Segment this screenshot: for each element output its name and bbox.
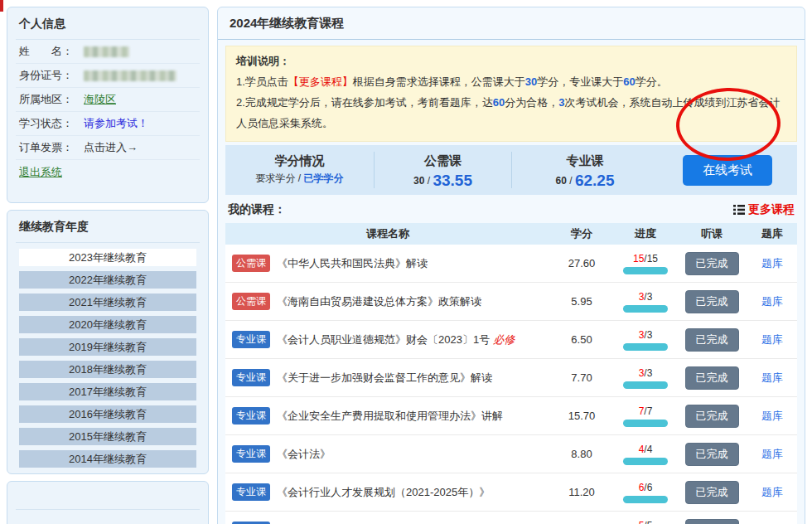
progress-bar <box>623 305 668 313</box>
listen-cell: 已完成 <box>678 405 746 428</box>
completed-button[interactable]: 已完成 <box>685 519 739 524</box>
completed-button[interactable]: 已完成 <box>685 405 739 428</box>
public-earned-credits: 33.55 <box>433 172 472 189</box>
education-years-panel: 继续教育年度 2023年继续教育2022年继续教育2021年继续教育2020年继… <box>7 210 209 474</box>
table-row: 专业课《工会新旧会计制度有关衔接问题的处理规定》讲解12.355/5已完成题库 <box>225 512 797 524</box>
course-credit: 8.80 <box>550 448 613 460</box>
progress-text: 5/5 <box>613 520 678 524</box>
course-type-badge: 专业课 <box>232 483 270 501</box>
required-tag: 必修 <box>493 332 515 347</box>
table-row: 专业课《关于进一步加强财会监督工作的意见》解读7.703/3已完成题库 <box>225 359 797 397</box>
year-item-2022[interactable]: 2022年继续教育 <box>19 271 196 289</box>
progress-bar <box>623 381 668 389</box>
year-item-2016[interactable]: 2016年继续教育 <box>19 405 196 423</box>
course-credit: 15.70 <box>550 410 613 422</box>
bank-cell: 题库 <box>746 294 799 309</box>
more-courses-label: 更多课程 <box>748 202 795 217</box>
course-progress-cell: 4/4 <box>613 444 678 465</box>
question-bank-link[interactable]: 题库 <box>761 295 783 308</box>
personal-info-title: 个人信息 <box>7 7 208 39</box>
course-progress-cell: 15/15 <box>613 253 678 274</box>
progress-total: /6 <box>644 482 652 493</box>
question-bank-link[interactable]: 题库 <box>761 257 783 269</box>
region-link[interactable]: 海陵区 <box>84 92 116 107</box>
year-item-2018[interactable]: 2018年继续教育 <box>19 361 196 378</box>
course-title-cell: 专业课《企业安全生产费用提取和使用管理办法》讲解 <box>225 407 550 425</box>
credit-summary-section: 学分情况 要求学分 / 已学学分 <box>225 152 375 188</box>
year-item-2023[interactable]: 2023年继续教育 <box>19 249 196 266</box>
course-title: 《关于进一步加强财会监督工作的意见》解读 <box>277 371 492 386</box>
listen-cell: 已完成 <box>678 443 746 466</box>
question-bank-link[interactable]: 题库 <box>761 333 783 346</box>
professional-required-credits: 60 <box>556 175 567 187</box>
online-exam-button[interactable]: 在线考试 <box>683 155 772 186</box>
year-item-2014[interactable]: 2014年继续教育 <box>19 450 196 468</box>
year-item-2019[interactable]: 2019年继续教育 <box>19 338 196 356</box>
personal-info-row: 姓 名： <box>16 40 200 64</box>
bank-cell: 题库 <box>746 332 799 347</box>
course-progress-cell: 3/3 <box>613 367 678 389</box>
courses-table-header: 课程名称学分进度听课题库 <box>225 223 797 245</box>
course-title: 《会计人员职业道德规范》财会〔2023〕1号 <box>277 332 490 347</box>
public-credit-min: 30 <box>525 75 537 88</box>
notice-heading: 培训说明： <box>236 51 786 71</box>
personal-info-panel: 个人信息 姓 名：身份证号：所属地区：海陵区学习状态：请参加考试！订单发票：点击… <box>7 7 209 203</box>
professional-earned-credits: 62.25 <box>575 172 615 189</box>
page-title: 2024年继续教育课程 <box>218 7 805 39</box>
completed-button[interactable]: 已完成 <box>685 252 739 275</box>
more-courses-link[interactable]: 更多课程 <box>733 202 795 217</box>
progress-total: /3 <box>644 367 652 379</box>
study-status-link[interactable]: 请参加考试！ <box>84 116 148 131</box>
professional-credit-min: 60 <box>623 75 635 88</box>
completed-button[interactable]: 已完成 <box>685 366 739 390</box>
table-row: 公需课《海南自由贸易港建设总体方案》政策解读5.953/3已完成题库 <box>225 283 797 321</box>
courses-table: 课程名称学分进度听课题库 公需课《中华人民共和国民法典》解读27.6015/15… <box>225 223 797 524</box>
question-bank-link[interactable]: 题库 <box>761 371 783 384</box>
year-item-2015[interactable]: 2015年继续教育 <box>19 428 196 445</box>
progress-total: /4 <box>644 444 652 455</box>
course-title-cell: 专业课《会计人员职业道德规范》财会〔2023〕1号必修 <box>225 331 550 348</box>
course-progress-cell: 6/6 <box>613 482 678 503</box>
field-label: 身份证号： <box>19 68 84 83</box>
progress-text: 7/7 <box>613 405 678 417</box>
column-header: 听课 <box>678 226 746 241</box>
credit-status-bar: 学分情况 要求学分 / 已学学分 公需课 30 / 33.55 专业课 60 /… <box>225 145 797 195</box>
course-progress-cell: 5/5 <box>613 520 678 524</box>
course-credit: 27.60 <box>550 257 613 269</box>
progress-text: 15/15 <box>613 253 678 264</box>
logout-link[interactable]: 退出系统 <box>19 166 62 178</box>
my-courses-label: 我的课程： <box>228 202 286 217</box>
listen-cell: 已完成 <box>678 328 746 352</box>
public-course-credit-section: 公需课 30 / 33.55 <box>375 152 512 188</box>
field-label: 学习状态： <box>19 116 84 131</box>
progress-bar <box>623 458 668 465</box>
education-years-title: 继续教育年度 <box>7 211 208 242</box>
invoice-entry-link[interactable]: 点击进入→ <box>84 140 138 155</box>
listen-cell: 已完成 <box>678 290 746 313</box>
completed-button[interactable]: 已完成 <box>685 290 739 313</box>
question-bank-link[interactable]: 题库 <box>761 448 783 460</box>
question-bank-link[interactable]: 题库 <box>761 410 783 422</box>
course-progress-cell: 7/7 <box>613 405 678 427</box>
question-bank-link[interactable]: 题库 <box>761 486 783 498</box>
progress-bar <box>623 420 668 427</box>
year-item-2020[interactable]: 2020年继续教育 <box>19 316 196 333</box>
personal-info-row: 所属地区：海陵区 <box>16 88 200 112</box>
course-title-cell: 专业课《会计法》 <box>225 445 550 463</box>
completed-button[interactable]: 已完成 <box>685 328 739 352</box>
divider <box>218 39 805 40</box>
course-title-cell: 公需课《中华人民共和国民法典》解读 <box>225 255 550 272</box>
course-title: 《海南自由贸易港建设总体方案》政策解读 <box>277 294 481 309</box>
personal-info-row: 身份证号： <box>16 64 200 88</box>
year-item-2021[interactable]: 2021年继续教育 <box>19 294 196 311</box>
progress-text: 3/3 <box>613 329 678 341</box>
more-courses-highlight: 【更多课程】 <box>288 75 353 88</box>
year-item-2017[interactable]: 2017年继续教育 <box>19 383 196 400</box>
personal-info-fields: 姓 名：身份证号：所属地区：海陵区学习状态：请参加考试！订单发票：点击进入→ <box>7 40 208 160</box>
completed-button[interactable]: 已完成 <box>685 443 739 466</box>
progress-bar <box>623 496 668 503</box>
course-type-badge: 专业课 <box>232 445 270 463</box>
completed-button[interactable]: 已完成 <box>685 481 739 504</box>
course-type-badge: 公需课 <box>232 293 270 310</box>
table-row: 专业课《会计行业人才发展规划（2021-2025年）》11.206/6已完成题库 <box>225 473 797 512</box>
